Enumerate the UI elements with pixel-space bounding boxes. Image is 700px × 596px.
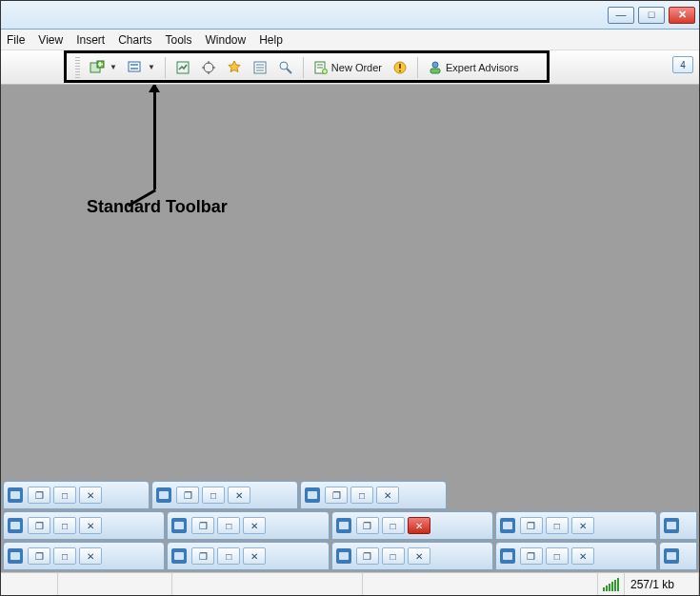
navigator-button[interactable] (197, 57, 220, 78)
restore-icon: ❐ (184, 490, 192, 501)
toolbar-grip-icon[interactable] (75, 57, 80, 78)
new-chart-button[interactable]: ▼ (86, 57, 121, 78)
close-icon: ✕ (250, 521, 258, 531)
child-restore-button[interactable]: ❐ (325, 487, 348, 504)
restore-icon: ❐ (332, 490, 341, 501)
child-close-button[interactable]: ✕ (243, 547, 266, 565)
child-restore-button[interactable]: ❐ (28, 547, 50, 565)
new-order-icon (313, 60, 329, 75)
menu-window[interactable]: Window (206, 33, 247, 47)
chart-window-icon (8, 487, 23, 503)
strategy-tester-button[interactable] (274, 57, 297, 78)
child-maximize-button[interactable]: □ (382, 517, 405, 534)
expert-advisors-button[interactable]: Expert Advisors (424, 57, 522, 78)
child-close-button[interactable]: ✕ (79, 547, 102, 565)
new-order-button[interactable]: New Order (310, 57, 386, 78)
child-close-button[interactable]: ✕ (79, 487, 102, 504)
child-maximize-button[interactable]: □ (217, 517, 240, 534)
toolbar-indicator-badge[interactable]: 4 (672, 56, 693, 73)
child-restore-button[interactable]: ❐ (520, 547, 543, 565)
menu-help[interactable]: Help (259, 33, 283, 47)
restore-icon: ❐ (35, 551, 44, 562)
child-maximize-button[interactable]: □ (546, 547, 569, 565)
child-close-button[interactable]: ✕ (408, 517, 430, 534)
chart-window-icon (8, 518, 23, 533)
child-restore-button[interactable]: ❐ (191, 547, 214, 565)
menu-charts[interactable]: Charts (118, 33, 151, 47)
child-close-button[interactable]: ✕ (79, 517, 102, 534)
child-restore-button[interactable]: ❐ (28, 517, 50, 534)
svg-rect-4 (130, 68, 138, 70)
menu-file[interactable]: File (7, 33, 25, 47)
child-close-button[interactable]: ✕ (571, 547, 594, 565)
child-maximize-button[interactable]: □ (202, 487, 225, 504)
child-maximize-button[interactable]: □ (53, 547, 76, 565)
maximize-icon: □ (649, 10, 655, 20)
autotrading-button[interactable] (389, 57, 411, 78)
maximize-icon: □ (390, 551, 395, 562)
maximize-icon: □ (554, 521, 560, 531)
child-restore-button[interactable]: ❐ (28, 487, 50, 504)
chart-window-icon (500, 548, 515, 564)
window-close-button[interactable]: ✕ (669, 7, 695, 24)
close-icon: ✕ (250, 551, 258, 562)
menu-tools[interactable]: Tools (166, 33, 192, 47)
child-window[interactable] (659, 542, 697, 570)
child-window[interactable]: ❐ □ ✕ (167, 542, 329, 570)
child-maximize-button[interactable]: □ (53, 517, 76, 534)
restore-icon: ❐ (199, 551, 208, 562)
magnifier-icon (278, 60, 293, 75)
child-window[interactable]: ❐ □ ✕ (495, 511, 657, 540)
child-close-button[interactable]: ✕ (376, 487, 399, 504)
chart-window-icon (171, 518, 187, 533)
window-maximize-button[interactable]: □ (638, 7, 665, 24)
profiles-icon (128, 60, 143, 75)
window-minimize-button[interactable]: — (608, 7, 634, 24)
child-close-button[interactable]: ✕ (228, 487, 250, 504)
child-restore-button[interactable]: ❐ (356, 547, 379, 565)
status-cell (363, 573, 598, 595)
maximize-icon: □ (62, 490, 68, 501)
child-window[interactable]: ❐ □ ✕ (167, 511, 329, 540)
child-close-button[interactable]: ✕ (571, 517, 594, 534)
favorites-button[interactable] (223, 57, 246, 78)
child-maximize-button[interactable]: □ (350, 487, 373, 504)
child-restore-button[interactable]: ❐ (356, 517, 379, 534)
maximize-icon: □ (226, 521, 231, 531)
svg-point-8 (280, 62, 288, 70)
status-cell (58, 573, 172, 595)
child-close-button[interactable]: ✕ (408, 547, 430, 565)
child-restore-button[interactable]: ❐ (191, 517, 214, 534)
child-maximize-button[interactable]: □ (53, 487, 76, 504)
child-window[interactable] (659, 511, 697, 540)
star-icon (227, 60, 242, 75)
child-window[interactable]: ❐ □ ✕ (495, 542, 657, 570)
svg-point-12 (399, 70, 401, 71)
child-window[interactable]: ❐ □ ✕ (300, 481, 447, 509)
maximize-icon: □ (359, 490, 365, 501)
dropdown-arrow-icon: ▼ (148, 63, 155, 71)
child-window-active[interactable]: ❐ □ ✕ (331, 511, 493, 540)
market-watch-icon (175, 60, 190, 75)
chart-window-icon (8, 548, 23, 564)
child-maximize-button[interactable]: □ (217, 547, 240, 565)
market-watch-button[interactable] (171, 57, 194, 78)
child-window[interactable]: ❐ □ ✕ (3, 511, 165, 540)
child-restore-button[interactable]: ❐ (176, 487, 199, 504)
child-maximize-button[interactable]: □ (382, 547, 405, 565)
child-window[interactable]: ❐ □ ✕ (151, 481, 298, 509)
menu-insert[interactable]: Insert (76, 33, 105, 47)
child-window[interactable]: ❐ □ ✕ (3, 542, 165, 570)
child-maximize-button[interactable]: □ (546, 517, 569, 534)
data-window-button[interactable] (249, 57, 271, 78)
menu-view[interactable]: View (38, 33, 63, 47)
child-window[interactable]: ❐ □ ✕ (331, 542, 493, 570)
child-restore-button[interactable]: ❐ (520, 517, 543, 534)
child-close-button[interactable]: ✕ (243, 517, 266, 534)
toolbar-separator (165, 57, 166, 78)
profiles-button[interactable]: ▼ (124, 57, 159, 78)
annotation-line (153, 85, 156, 189)
child-window[interactable]: ❐ □ ✕ (3, 481, 150, 509)
chart-window-icon (664, 518, 679, 533)
expert-advisors-icon (428, 60, 443, 75)
